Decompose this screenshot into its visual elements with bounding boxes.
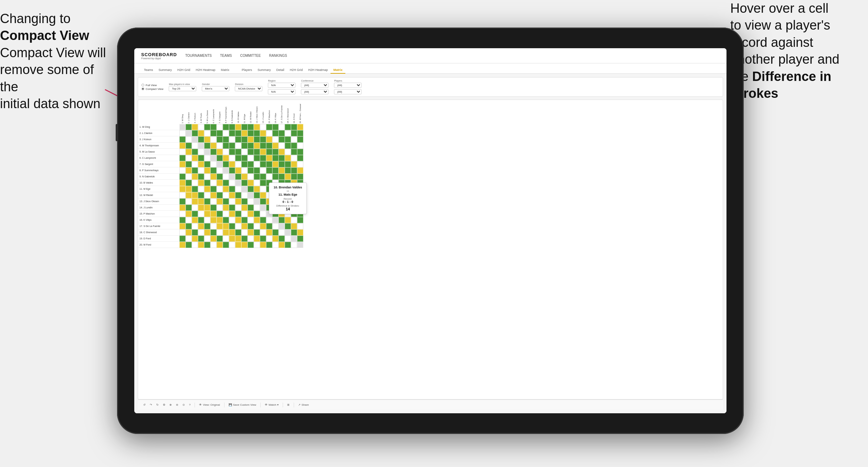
grid-cell[interactable]	[210, 242, 217, 248]
grid-cell[interactable]	[241, 236, 248, 242]
grid-cell[interactable]	[229, 186, 235, 192]
tab-h2h-grid2[interactable]: H2H Grid	[287, 67, 306, 74]
grid-cell[interactable]	[260, 143, 266, 149]
grid-cell[interactable]	[272, 217, 279, 223]
division-select[interactable]: NCAA Division I	[235, 86, 262, 91]
grid-cell[interactable]	[179, 167, 186, 174]
grid-cell[interactable]	[192, 149, 198, 155]
grid-cell[interactable]	[254, 217, 260, 223]
grid-cell[interactable]	[248, 124, 254, 130]
nav-teams[interactable]: TEAMS	[220, 52, 232, 59]
grid-cell[interactable]	[186, 211, 192, 217]
grid-cell[interactable]	[229, 143, 235, 149]
grid-cell[interactable]	[241, 186, 248, 192]
grid-cell[interactable]	[235, 174, 241, 180]
grid-cell[interactable]	[279, 149, 285, 155]
grid-cell[interactable]	[223, 174, 229, 180]
grid-cell[interactable]	[210, 236, 217, 242]
grid-cell[interactable]	[272, 155, 279, 161]
grid-cell[interactable]	[204, 192, 210, 198]
grid-cell[interactable]	[198, 124, 204, 130]
grid-cell[interactable]	[248, 180, 254, 186]
grid-cell[interactable]	[198, 229, 204, 236]
grid-cell[interactable]	[272, 242, 279, 248]
grid-cell[interactable]	[297, 130, 303, 136]
zoom-out[interactable]: ⊖	[176, 403, 178, 406]
grid-cell[interactable]	[260, 198, 266, 205]
grid-cell[interactable]	[192, 186, 198, 192]
grid-cell[interactable]	[279, 124, 285, 130]
grid-cell[interactable]	[186, 236, 192, 242]
grid-cell[interactable]	[279, 143, 285, 149]
grid-cell[interactable]	[254, 130, 260, 136]
grid-cell[interactable]	[272, 136, 279, 143]
grid-cell[interactable]	[291, 174, 297, 180]
grid-cell[interactable]	[179, 161, 186, 167]
grid-cell[interactable]	[291, 167, 297, 174]
grid-cell[interactable]	[241, 130, 248, 136]
grid-cell[interactable]	[186, 217, 192, 223]
grid-cell[interactable]	[192, 242, 198, 248]
grid-cell[interactable]	[235, 124, 241, 130]
full-view-radio[interactable]	[142, 84, 144, 86]
max-players-select[interactable]: Top 25 Top 10 Top 50	[169, 86, 196, 91]
grid-cell[interactable]	[241, 223, 248, 229]
grid-cell[interactable]	[198, 167, 204, 174]
grid-cell[interactable]	[223, 124, 229, 130]
grid-cell[interactable]	[260, 242, 266, 248]
grid-cell[interactable]	[186, 143, 192, 149]
grid-cell[interactable]	[198, 130, 204, 136]
grid-cell[interactable]	[186, 223, 192, 229]
grid-cell[interactable]	[229, 217, 235, 223]
grid-cell[interactable]	[204, 130, 210, 136]
grid-cell[interactable]	[210, 167, 217, 174]
grid-cell[interactable]	[210, 192, 217, 198]
grid-cell[interactable]	[254, 149, 260, 155]
grid-cell[interactable]	[229, 167, 235, 174]
grid-cell[interactable]	[223, 167, 229, 174]
grid-cell[interactable]	[217, 143, 223, 149]
grid-cell[interactable]	[223, 155, 229, 161]
grid-cell[interactable]	[266, 223, 272, 229]
grid-cell[interactable]	[204, 149, 210, 155]
tab-matrix2[interactable]: Matrix	[331, 67, 345, 74]
grid-cell[interactable]	[217, 180, 223, 186]
grid-cell[interactable]	[260, 205, 266, 211]
grid-cell[interactable]	[210, 130, 217, 136]
grid-cell[interactable]	[223, 198, 229, 205]
grid-cell[interactable]	[179, 186, 186, 192]
grid-cell[interactable]	[235, 192, 241, 198]
grid-cell[interactable]	[210, 174, 217, 180]
grid-cell[interactable]	[297, 174, 303, 180]
grid-cell[interactable]	[279, 174, 285, 180]
grid-cell[interactable]	[279, 217, 285, 223]
grid-cell[interactable]	[266, 167, 272, 174]
grid-cell[interactable]	[204, 167, 210, 174]
grid-cell[interactable]	[204, 223, 210, 229]
grid-cell[interactable]	[235, 236, 241, 242]
grid-cell[interactable]	[248, 236, 254, 242]
grid-cell[interactable]	[186, 149, 192, 155]
grid-cell[interactable]	[241, 192, 248, 198]
grid-cell[interactable]	[260, 211, 266, 217]
grid-cell[interactable]	[223, 143, 229, 149]
grid-cell[interactable]	[272, 174, 279, 180]
grid-cell[interactable]	[179, 211, 186, 217]
grid-cell[interactable]	[235, 136, 241, 143]
grid-cell[interactable]	[285, 136, 291, 143]
grid-cell[interactable]	[248, 192, 254, 198]
grid-cell[interactable]	[241, 198, 248, 205]
tab-h2h-heatmap2[interactable]: H2H Heatmap	[305, 67, 331, 74]
grid-cell[interactable]	[254, 143, 260, 149]
grid-cell[interactable]	[229, 155, 235, 161]
grid-cell[interactable]	[241, 155, 248, 161]
grid-cell[interactable]	[198, 192, 204, 198]
grid-cell[interactable]	[260, 167, 266, 174]
grid-cell[interactable]	[204, 217, 210, 223]
grid-cell[interactable]	[223, 130, 229, 136]
region-select2[interactable]: N/A	[268, 89, 295, 94]
grid-cell[interactable]	[210, 205, 217, 211]
grid-cell[interactable]	[254, 229, 260, 236]
grid-cell[interactable]	[297, 124, 303, 130]
grid-cell[interactable]	[279, 167, 285, 174]
